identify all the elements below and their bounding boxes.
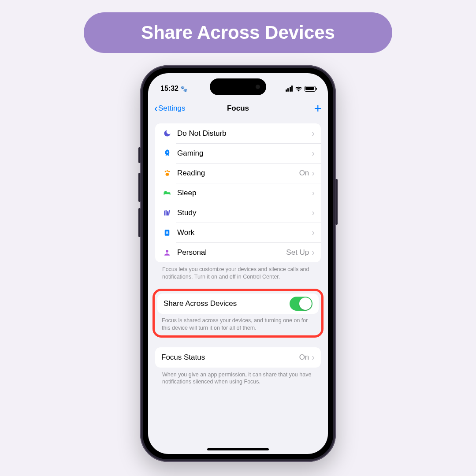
focus-status-label: Focus Status [161,353,299,362]
svg-rect-5 [165,210,166,216]
chevron-right-icon: › [312,208,315,218]
phone-screen: 15:32 🐾 ‹ Settings Focus + [148,73,328,454]
focus-row-study[interactable]: Study › [155,203,321,223]
nav-title: Focus [227,104,249,113]
share-toggle[interactable] [290,297,312,311]
paw-icon [161,169,173,177]
share-across-devices-row[interactable]: Share Across Devices [157,294,319,314]
focus-row-reading[interactable]: Reading On › [155,163,321,183]
rocket-icon [161,149,173,157]
row-value: On [299,169,309,178]
svg-rect-4 [164,211,165,216]
focus-status-row[interactable]: Focus Status On › [155,347,321,368]
side-button-vol-up [138,173,141,202]
focus-status-footer: When you give an app permission, it can … [155,368,321,386]
books-icon [161,208,173,217]
battery-icon [305,86,316,92]
svg-rect-6 [167,211,167,216]
share-footer-text: Focus is shared across your devices, and… [157,314,319,332]
svg-point-11 [166,250,168,253]
focus-modes-list: Do Not Disturb › Gaming › [155,123,321,262]
side-button-power [335,179,338,225]
chevron-right-icon: › [312,227,315,238]
row-label: Reading [177,169,299,178]
focus-row-work[interactable]: Work › [155,223,321,242]
focus-row-sleep[interactable]: Sleep › [155,183,321,203]
phone-frame: 15:32 🐾 ‹ Settings Focus + [140,65,336,462]
row-label: Work [177,228,309,237]
focus-row-personal[interactable]: Personal Set Up › [155,242,321,262]
row-label: Study [177,208,309,217]
person-icon [161,249,173,257]
svg-point-3 [165,173,169,176]
focus-footer-text: Focus lets you customize your devices an… [155,262,321,281]
focus-row-gaming[interactable]: Gaming › [155,143,321,163]
dynamic-island [210,78,266,95]
svg-point-9 [166,231,168,233]
home-indicator[interactable] [207,448,269,450]
back-label: Settings [158,104,185,113]
chevron-right-icon: › [312,128,315,138]
bed-icon [161,189,173,197]
share-label: Share Across Devices [164,299,290,308]
side-button-mute [138,147,141,163]
banner-title: Share Across Devices [141,22,335,43]
row-label: Personal [177,248,286,257]
chevron-right-icon: › [312,148,315,158]
chevron-left-icon: ‹ [154,103,158,114]
chevron-right-icon: › [312,168,315,178]
side-button-vol-down [138,208,141,237]
row-label: Sleep [177,189,309,197]
page-banner: Share Across Devices [84,12,392,53]
nav-bar: ‹ Settings Focus + [148,98,328,119]
focus-status-value: On [299,353,309,362]
svg-rect-10 [166,233,168,234]
back-button[interactable]: ‹ Settings [154,103,185,114]
chevron-right-icon: › [312,188,315,198]
wifi-icon [295,86,302,92]
svg-point-1 [166,170,167,171]
cellular-icon [286,86,293,92]
paw-icon: 🐾 [180,86,187,92]
chevron-right-icon: › [312,352,315,362]
highlight-annotation: Share Across Devices Focus is shared acr… [152,289,324,338]
add-button[interactable]: + [314,102,322,115]
svg-point-2 [168,171,169,172]
row-label: Gaming [177,149,309,158]
status-time: 15:32 [160,85,178,93]
moon-icon [161,129,173,138]
focus-row-do-not-disturb[interactable]: Do Not Disturb › [155,123,321,143]
svg-point-0 [164,171,166,172]
badge-icon [161,229,173,237]
row-value: Set Up [286,248,309,257]
row-label: Do Not Disturb [177,129,309,138]
svg-rect-7 [168,210,170,216]
chevron-right-icon: › [312,247,315,257]
